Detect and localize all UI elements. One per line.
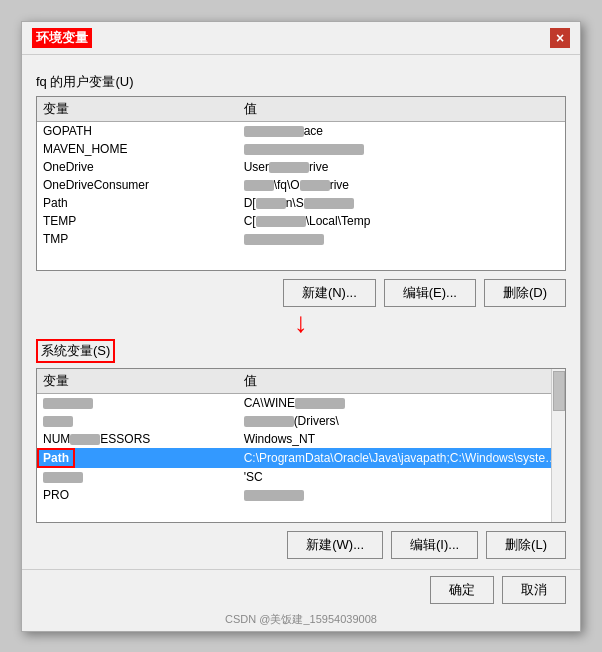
table-row[interactable]: OneDrive Userrive	[37, 158, 565, 176]
val-cell: D[n\S	[238, 194, 565, 212]
env-variables-dialog: 环境变量 × fq 的用户变量(U) 变量 值 GOPATH ace	[21, 21, 581, 632]
table-row[interactable]: Path D[n\S	[37, 194, 565, 212]
user-col-var: 变量	[37, 97, 238, 122]
val-cell: Windows_NT	[238, 430, 565, 448]
ok-button[interactable]: 确定	[430, 576, 494, 604]
close-button[interactable]: ×	[550, 28, 570, 48]
var-cell	[37, 393, 238, 412]
val-cell: C[\Local\Temp	[238, 212, 565, 230]
sys-table-scrollbar[interactable]	[551, 369, 565, 522]
sys-variables-table-wrapper: 变量 值 CA\WINE (Drivers\ NUMESSORS	[36, 368, 566, 523]
table-row[interactable]: CA\WINE	[37, 393, 565, 412]
table-row[interactable]: OneDriveConsumer \fq\Orive	[37, 176, 565, 194]
val-cell	[238, 230, 565, 248]
table-row[interactable]: GOPATH ace	[37, 121, 565, 140]
down-arrow-icon: ↓	[294, 309, 308, 337]
var-cell: OneDriveConsumer	[37, 176, 238, 194]
sys-edit-button[interactable]: 编辑(I)...	[391, 531, 478, 559]
sys-col-val: 值	[238, 369, 565, 394]
user-variables-table: 变量 值 GOPATH ace MAVEN_HOME OneDrive	[37, 97, 565, 248]
sys-new-button[interactable]: 新建(W)...	[287, 531, 383, 559]
var-cell: TMP	[37, 230, 238, 248]
sys-variables-table: 变量 值 CA\WINE (Drivers\ NUMESSORS	[37, 369, 565, 504]
table-row[interactable]: PRO	[37, 486, 565, 504]
user-delete-button[interactable]: 删除(D)	[484, 279, 566, 307]
cancel-button[interactable]: 取消	[502, 576, 566, 604]
table-row[interactable]: 'SC	[37, 468, 565, 486]
var-cell: PRO	[37, 486, 238, 504]
user-col-val: 值	[238, 97, 565, 122]
path-val-cell: C:\ProgramData\Oracle\Java\javapath;C:\W…	[238, 448, 565, 468]
watermark: CSDN @美饭建_15954039008	[22, 610, 580, 631]
table-row[interactable]: TMP	[37, 230, 565, 248]
var-cell: Path	[37, 194, 238, 212]
val-cell: Userrive	[238, 158, 565, 176]
user-section-label: fq 的用户变量(U)	[36, 73, 566, 91]
val-cell: ace	[238, 121, 565, 140]
var-cell	[37, 468, 238, 486]
var-cell: MAVEN_HOME	[37, 140, 238, 158]
sys-section-label: 系统变量(S)	[36, 339, 115, 363]
val-cell	[238, 486, 565, 504]
var-cell: NUMESSORS	[37, 430, 238, 448]
table-row[interactable]: MAVEN_HOME	[37, 140, 565, 158]
user-buttons-row: 新建(N)...编辑(E)...删除(D)	[36, 279, 566, 307]
table-row[interactable]: TEMP C[\Local\Temp	[37, 212, 565, 230]
table-row[interactable]: NUMESSORS Windows_NT	[37, 430, 565, 448]
path-var-cell: Path	[37, 448, 238, 468]
title-bar: 环境变量 ×	[22, 22, 580, 55]
sys-label-wrapper: 系统变量(S)	[36, 339, 566, 363]
user-variables-tbody: GOPATH ace MAVEN_HOME OneDrive Userrive …	[37, 121, 565, 248]
var-cell	[37, 412, 238, 430]
user-new-button[interactable]: 新建(N)...	[283, 279, 376, 307]
sys-variables-tbody: CA\WINE (Drivers\ NUMESSORS Windows_NT P…	[37, 393, 565, 504]
var-cell: TEMP	[37, 212, 238, 230]
val-cell: (Drivers\	[238, 412, 565, 430]
val-cell	[238, 140, 565, 158]
bottom-bar: 确定 取消	[22, 569, 580, 610]
var-cell: OneDrive	[37, 158, 238, 176]
val-cell: CA\WINE	[238, 393, 565, 412]
user-variables-table-wrapper: 变量 值 GOPATH ace MAVEN_HOME OneDrive	[36, 96, 566, 271]
sys-buttons-row: 新建(W)... 编辑(I)... 删除(L)	[36, 531, 566, 559]
scrollbar-thumb[interactable]	[553, 371, 565, 411]
val-cell: 'SC	[238, 468, 565, 486]
sys-col-var: 变量	[37, 369, 238, 394]
sys-delete-button[interactable]: 删除(L)	[486, 531, 566, 559]
table-row[interactable]: (Drivers\	[37, 412, 565, 430]
var-cell: GOPATH	[37, 121, 238, 140]
val-cell: \fq\Orive	[238, 176, 565, 194]
arrow-container: ↓	[36, 309, 566, 337]
dialog-body: fq 的用户变量(U) 变量 值 GOPATH ace MAVEN_HOME	[22, 55, 580, 569]
user-edit-button[interactable]: 编辑(E)...	[384, 279, 476, 307]
table-row[interactable]: Path C:\ProgramData\Oracle\Java\javapath…	[37, 448, 565, 468]
dialog-title: 环境变量	[32, 28, 92, 48]
